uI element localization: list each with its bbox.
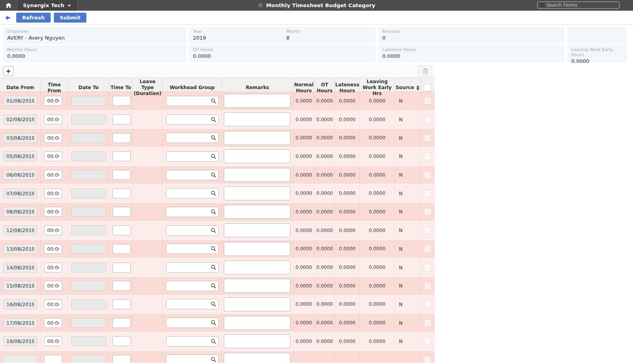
time-from-input[interactable] — [44, 114, 62, 124]
time-from-input[interactable] — [44, 96, 62, 106]
time-to-input[interactable] — [112, 281, 131, 291]
time-to-input[interactable] — [112, 318, 131, 328]
remarks-textarea[interactable] — [224, 261, 290, 274]
home-button[interactable] — [0, 0, 17, 11]
search-icon[interactable] — [211, 117, 216, 122]
search-icon[interactable] — [211, 339, 216, 344]
search-icon[interactable] — [211, 98, 216, 104]
add-row-button[interactable]: + — [3, 66, 13, 76]
row-checkbox[interactable] — [424, 116, 431, 123]
time-to-input[interactable] — [112, 299, 131, 309]
time-to-input[interactable] — [112, 355, 131, 363]
favorite-star-icon[interactable]: ☆ — [258, 2, 263, 8]
date-from-input[interactable] — [3, 151, 37, 161]
date-from-input[interactable] — [3, 207, 37, 217]
time-from-input[interactable] — [44, 133, 62, 143]
back-button[interactable] — [4, 15, 11, 21]
time-from-input[interactable] — [44, 244, 62, 254]
row-checkbox[interactable] — [424, 208, 431, 215]
remarks-textarea[interactable] — [224, 279, 290, 293]
row-checkbox[interactable] — [424, 282, 431, 290]
remarks-textarea[interactable] — [224, 112, 290, 126]
date-from-input[interactable] — [3, 189, 37, 198]
row-checkbox[interactable] — [424, 337, 431, 345]
time-from-input[interactable] — [44, 225, 62, 235]
time-to-input[interactable] — [112, 133, 131, 143]
search-icon[interactable] — [211, 135, 216, 141]
sort-icon[interactable] — [416, 86, 419, 90]
date-from-input[interactable] — [3, 355, 37, 363]
time-to-input[interactable] — [112, 170, 131, 180]
row-checkbox[interactable] — [424, 264, 431, 271]
time-from-input[interactable] — [44, 299, 62, 309]
app-menu-dropdown[interactable]: Synergix Tech — [17, 0, 78, 11]
refresh-button[interactable]: Refresh — [16, 13, 51, 23]
date-from-input[interactable] — [3, 244, 37, 254]
select-all-checkbox[interactable] — [424, 84, 431, 91]
remarks-textarea[interactable] — [224, 242, 290, 256]
search-icon[interactable] — [211, 320, 216, 326]
search-icon[interactable] — [211, 172, 216, 178]
time-to-input[interactable] — [112, 151, 131, 161]
date-from-input[interactable] — [3, 114, 37, 124]
search-icon[interactable] — [211, 154, 216, 159]
remarks-textarea[interactable] — [224, 205, 290, 219]
date-from-input[interactable] — [3, 299, 37, 309]
search-icon[interactable] — [211, 283, 216, 289]
time-from-input[interactable] — [44, 336, 62, 346]
row-checkbox[interactable] — [424, 97, 431, 105]
time-to-input[interactable] — [112, 189, 131, 198]
search-forms-box[interactable] — [537, 2, 620, 9]
row-checkbox[interactable] — [424, 152, 431, 160]
time-to-input[interactable] — [112, 263, 131, 273]
search-icon[interactable] — [211, 246, 216, 252]
time-from-input[interactable] — [44, 207, 62, 217]
remarks-textarea[interactable] — [224, 316, 290, 330]
submit-button[interactable]: Submit — [54, 13, 86, 23]
row-checkbox[interactable] — [424, 245, 431, 253]
remarks-textarea[interactable] — [224, 94, 290, 108]
search-icon[interactable] — [211, 228, 216, 233]
date-from-input[interactable] — [3, 96, 37, 106]
time-to-input[interactable] — [112, 96, 131, 106]
date-from-input[interactable] — [3, 336, 37, 346]
time-to-input[interactable] — [112, 207, 131, 217]
date-from-input[interactable] — [3, 170, 37, 180]
search-icon[interactable] — [211, 191, 216, 196]
search-icon[interactable] — [211, 209, 216, 215]
time-to-input[interactable] — [112, 336, 131, 346]
remarks-textarea[interactable] — [224, 334, 290, 348]
search-icon[interactable] — [211, 265, 216, 270]
row-checkbox[interactable] — [424, 301, 431, 308]
row-checkbox[interactable] — [424, 227, 431, 234]
search-icon[interactable] — [211, 301, 216, 307]
remarks-textarea[interactable] — [224, 353, 290, 363]
time-from-input[interactable] — [44, 151, 62, 161]
date-from-input[interactable] — [3, 281, 37, 291]
remarks-textarea[interactable] — [224, 168, 290, 182]
date-from-input[interactable] — [3, 263, 37, 273]
time-from-input[interactable] — [44, 189, 62, 198]
row-checkbox[interactable] — [424, 356, 431, 363]
time-from-input[interactable] — [44, 318, 62, 328]
search-icon[interactable] — [211, 357, 216, 362]
remarks-textarea[interactable] — [224, 149, 290, 163]
date-from-input[interactable] — [3, 225, 37, 235]
time-from-input[interactable] — [44, 281, 62, 291]
remarks-textarea[interactable] — [224, 297, 290, 311]
remarks-textarea[interactable] — [224, 187, 290, 200]
time-to-input[interactable] — [112, 114, 131, 124]
remarks-textarea[interactable] — [224, 131, 290, 145]
row-checkbox[interactable] — [424, 171, 431, 179]
date-from-input[interactable] — [3, 318, 37, 328]
remarks-textarea[interactable] — [224, 223, 290, 237]
time-to-input[interactable] — [112, 244, 131, 254]
row-checkbox[interactable] — [424, 190, 431, 197]
delete-rows-button[interactable] — [418, 66, 432, 76]
time-to-input[interactable] — [112, 225, 131, 235]
time-from-input[interactable] — [44, 355, 62, 363]
time-from-input[interactable] — [44, 263, 62, 273]
row-checkbox[interactable] — [424, 319, 431, 327]
date-from-input[interactable] — [3, 133, 37, 143]
time-from-input[interactable] — [44, 170, 62, 180]
